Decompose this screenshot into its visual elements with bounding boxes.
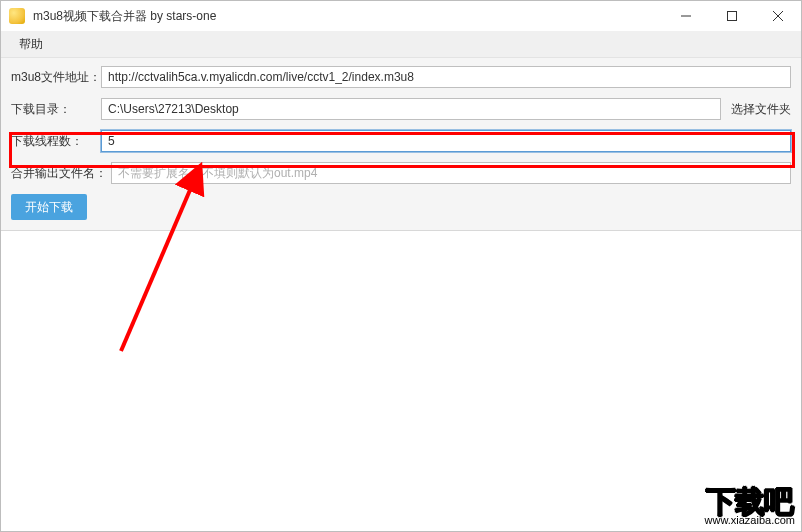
watermark-text: 下载吧 bbox=[705, 486, 795, 518]
watermark: 下载吧 www.xiazaiba.com bbox=[705, 486, 795, 527]
output-filename-input[interactable] bbox=[111, 162, 791, 184]
threads-label: 下载线程数： bbox=[11, 133, 101, 150]
minimize-button[interactable] bbox=[663, 1, 709, 31]
close-button[interactable] bbox=[755, 1, 801, 31]
maximize-button[interactable] bbox=[709, 1, 755, 31]
url-label: m3u8文件地址： bbox=[11, 69, 101, 86]
dir-label: 下载目录： bbox=[11, 101, 101, 118]
url-input[interactable] bbox=[101, 66, 791, 88]
output-label: 合并输出文件名： bbox=[11, 165, 111, 182]
browse-folder-link[interactable]: 选择文件夹 bbox=[731, 101, 791, 118]
menu-bar: 帮助 bbox=[1, 31, 801, 58]
window-title: m3u8视频下载合并器 by stars-one bbox=[33, 8, 663, 25]
menu-help[interactable]: 帮助 bbox=[9, 32, 53, 57]
title-bar: m3u8视频下载合并器 by stars-one bbox=[1, 1, 801, 31]
form-panel: m3u8文件地址： 下载目录： 选择文件夹 下载线程数： 合并输出文件名： 开始… bbox=[1, 58, 801, 231]
app-icon bbox=[9, 8, 25, 24]
dir-input[interactable] bbox=[101, 98, 721, 120]
start-download-button[interactable]: 开始下载 bbox=[11, 194, 87, 220]
svg-rect-1 bbox=[728, 12, 737, 21]
watermark-url: www.xiazaiba.com bbox=[705, 515, 795, 527]
threads-input[interactable] bbox=[101, 130, 791, 152]
